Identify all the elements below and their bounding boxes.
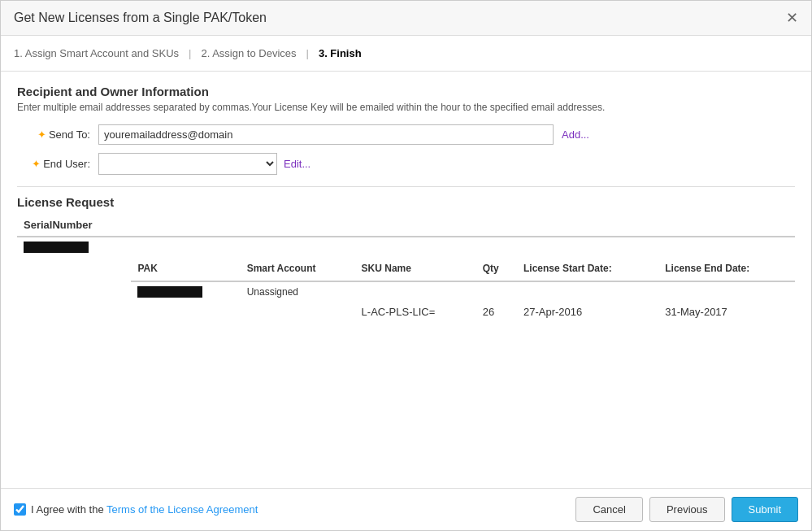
empty-cell-5: [517, 237, 658, 258]
empty-cell-3: [355, 237, 476, 258]
section-divider-1: [17, 186, 795, 187]
send-to-label: ✦Send To:: [17, 128, 90, 141]
col-smart-account: Smart Account: [241, 258, 355, 281]
pak-masked: [137, 286, 202, 298]
table-row-sku: L-AC-PLS-LIC= 26 27-Apr-2016 31-May-2017: [17, 302, 795, 322]
row2-pak: [131, 302, 240, 322]
row-smart-account: Unassigned: [241, 281, 355, 302]
recipient-section-desc: Enter multiple email addresses separated…: [17, 102, 795, 113]
row-pak: [131, 281, 240, 302]
row-qty-empty: [476, 281, 517, 302]
agree-checkbox[interactable]: [14, 503, 26, 516]
agree-prefix: I Agree with the: [31, 503, 106, 516]
submit-button[interactable]: Submit: [732, 497, 798, 522]
row2-start-date: 27-Apr-2016: [517, 302, 658, 322]
main-dialog: Get New Licenses from a Single PAK/Token…: [0, 0, 812, 531]
required-star-end-user: ✦: [32, 158, 41, 170]
end-user-select-wrap: Edit...: [98, 153, 310, 175]
end-user-select[interactable]: [98, 153, 277, 175]
dialog-body: Recipient and Owner Information Enter mu…: [1, 72, 811, 488]
row-serial-empty: [17, 281, 131, 302]
serial-masked: [24, 242, 89, 253]
row-sku-name: [355, 281, 476, 302]
col-license-end: License End Date:: [658, 258, 795, 281]
terms-link[interactable]: Terms of the License Agreement: [106, 503, 258, 516]
agree-section: I Agree with the Terms of the License Ag…: [14, 503, 258, 516]
col-header-end: [658, 214, 795, 237]
agree-text: I Agree with the Terms of the License Ag…: [31, 503, 258, 516]
empty-header-serial: [17, 258, 131, 281]
row2-smart-account: [241, 302, 355, 322]
col-header-start: [517, 214, 658, 237]
previous-button[interactable]: Previous: [649, 497, 725, 522]
license-request-section: License Request SerialNumber: [17, 195, 795, 322]
required-star-send-to: ✦: [37, 128, 46, 141]
end-user-label: ✦End User:: [17, 158, 90, 170]
wizard-steps: 1. Assign Smart Account and SKUs | 2. As…: [1, 36, 811, 72]
empty-cell-6: [658, 237, 795, 258]
wizard-step-3[interactable]: 3. Finish: [319, 47, 362, 59]
empty-cell-2: [241, 237, 355, 258]
table-serial-value-row: [17, 237, 795, 258]
add-link[interactable]: Add...: [562, 128, 589, 141]
col-header-serial: SerialNumber: [17, 214, 131, 237]
serial-value-cell: [17, 237, 131, 258]
col-qty: Qty: [476, 258, 517, 281]
col-header-smart-account: [241, 214, 355, 237]
col-header-sku: [355, 214, 476, 237]
row2-serial: [17, 302, 131, 322]
row-end-date-empty: [658, 281, 795, 302]
empty-cell-4: [476, 237, 517, 258]
row2-end-date: 31-May-2017: [658, 302, 795, 322]
dialog-title: Get New Licenses from a Single PAK/Token: [14, 11, 267, 25]
recipient-section-title: Recipient and Owner Information: [17, 85, 795, 98]
step-sep-1: |: [189, 47, 191, 59]
cancel-button[interactable]: Cancel: [575, 497, 642, 522]
empty-cell-1: [131, 237, 240, 258]
table-header-row: SerialNumber: [17, 214, 795, 237]
col-pak: PAK: [131, 258, 240, 281]
col-header-qty: [476, 214, 517, 237]
wizard-step-1[interactable]: 1. Assign Smart Account and SKUs: [14, 47, 179, 59]
table-col-headers: PAK Smart Account SKU Name Qty License S…: [17, 258, 795, 281]
license-table: SerialNumber: [17, 214, 795, 322]
row2-qty: 26: [476, 302, 517, 322]
row-start-date-empty: [517, 281, 658, 302]
send-to-row: ✦Send To: Add...: [17, 124, 795, 145]
footer-bar: I Agree with the Terms of the License Ag…: [1, 488, 811, 530]
close-button[interactable]: ✕: [786, 11, 798, 25]
col-license-start: License Start Date:: [517, 258, 658, 281]
row2-sku-name: L-AC-PLS-LIC=: [355, 302, 476, 322]
table-row: Unassigned: [17, 281, 795, 302]
recipient-section: Recipient and Owner Information Enter mu…: [17, 85, 795, 175]
button-group: Cancel Previous Submit: [575, 497, 798, 522]
license-request-title: License Request: [17, 195, 795, 209]
step-sep-2: |: [306, 47, 309, 59]
end-user-row: ✦End User: Edit...: [17, 153, 795, 175]
edit-link[interactable]: Edit...: [284, 158, 310, 170]
wizard-step-2[interactable]: 2. Assign to Devices: [201, 47, 296, 59]
dialog-header: Get New Licenses from a Single PAK/Token…: [1, 1, 811, 36]
col-header-pak: [131, 214, 240, 237]
send-to-input[interactable]: [98, 124, 554, 145]
col-sku-name: SKU Name: [355, 258, 476, 281]
